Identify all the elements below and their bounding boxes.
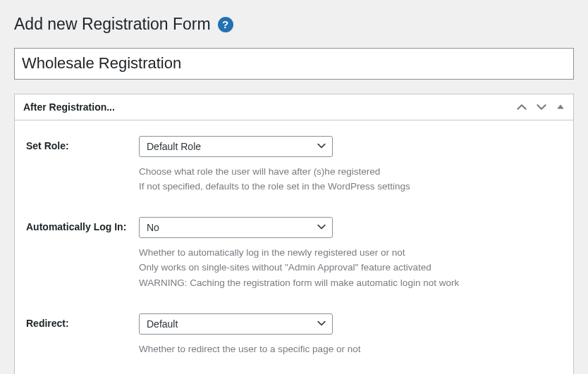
- help-icon[interactable]: ?: [218, 17, 233, 32]
- redirect-label: Redirect:: [26, 313, 139, 329]
- auto-login-select[interactable]: No: [139, 217, 333, 238]
- after-registration-panel: After Registration... Set Role: Default …: [14, 94, 574, 374]
- set-role-help-1: Choose what role the user will have afte…: [139, 164, 562, 180]
- panel-header: After Registration...: [15, 94, 573, 120]
- auto-login-help-3: WARNING: Caching the registration form w…: [139, 275, 562, 291]
- auto-login-row: Automatically Log In: No Whether to auto…: [26, 217, 562, 291]
- set-role-help-2: If not specified, defaults to the role s…: [139, 179, 562, 194]
- redirect-help-1: Whether to redirect the user to a specif…: [139, 342, 562, 357]
- redirect-row: Redirect: Default Whether to redirect th…: [26, 313, 562, 357]
- toggle-collapse-icon[interactable]: [556, 103, 565, 111]
- auto-login-help-1: Whether to automatically log in the newl…: [139, 245, 562, 261]
- set-role-row: Set Role: Default Role Choose what role …: [26, 136, 562, 194]
- redirect-select[interactable]: Default: [139, 313, 333, 335]
- move-up-icon[interactable]: [517, 102, 527, 112]
- form-title-input[interactable]: [14, 48, 574, 80]
- panel-body: Set Role: Default Role Choose what role …: [15, 120, 573, 374]
- page-title: Add new Registration Form: [14, 14, 211, 35]
- auto-login-label: Automatically Log In:: [26, 217, 139, 232]
- panel-title: After Registration...: [23, 101, 115, 113]
- set-role-select[interactable]: Default Role: [139, 136, 333, 157]
- move-down-icon[interactable]: [537, 102, 546, 112]
- panel-header-actions: [517, 102, 565, 112]
- set-role-label: Set Role:: [26, 136, 139, 151]
- auto-login-help-2: Only works on single-sites without "Admi…: [139, 260, 562, 275]
